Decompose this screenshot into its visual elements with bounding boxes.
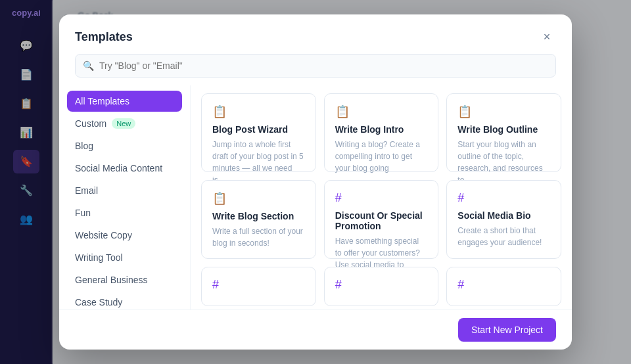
card-title-write-blog-outline: Write Blog Outline bbox=[457, 124, 550, 135]
nav-item-all-templates[interactable]: All Templates bbox=[67, 91, 182, 112]
card-desc-write-blog-intro: Writing a blog? Create a compelling intr… bbox=[335, 139, 428, 174]
custom-badge: New bbox=[112, 118, 135, 129]
card-icon-write-blog-intro: 📋 bbox=[335, 104, 428, 119]
nav-label-case-study: Case Study bbox=[75, 297, 122, 307]
template-card-7[interactable]: # bbox=[201, 267, 316, 306]
card-title-write-blog-intro: Write Blog Intro bbox=[335, 124, 428, 135]
card-title-write-blog-section: Write Blog Section bbox=[212, 211, 305, 221]
card-desc-blog-post-wizard: Jump into a whole first draft of your bl… bbox=[212, 139, 305, 186]
card-title-discount-promotion: Discount Or Special Promotion bbox=[335, 210, 428, 231]
nav-item-website-copy[interactable]: Website Copy bbox=[67, 225, 182, 246]
card-icon-blog-post-wizard: 📋 bbox=[212, 104, 305, 119]
template-card-write-blog-outline[interactable]: 📋 Write Blog Outline Start your blog wit… bbox=[446, 93, 561, 172]
nav-item-fun[interactable]: Fun bbox=[67, 202, 182, 223]
nav-item-email[interactable]: Email bbox=[67, 180, 182, 201]
modal-footer: Start New Project bbox=[59, 309, 572, 350]
template-card-9[interactable]: # bbox=[446, 267, 561, 306]
card-desc-social-media-bio: Create a short bio that engages your aud… bbox=[457, 225, 550, 248]
search-section: 🔍 bbox=[59, 46, 572, 85]
modal-title: Templates bbox=[75, 30, 133, 44]
card-desc-write-blog-outline: Start your blog with an outline of the t… bbox=[457, 139, 550, 186]
card-icon-write-blog-outline: 📋 bbox=[457, 104, 550, 119]
nav-item-blog[interactable]: Blog bbox=[67, 135, 182, 156]
template-card-write-blog-section[interactable]: 📋 Write Blog Section Write a full sectio… bbox=[201, 180, 316, 259]
nav-item-writing-tool[interactable]: Writing Tool bbox=[67, 247, 182, 268]
nav-label-general-business: General Business bbox=[75, 275, 148, 285]
nav-label-blog: Blog bbox=[75, 141, 93, 151]
card-icon-7: # bbox=[212, 278, 305, 292]
nav-label-website-copy: Website Copy bbox=[75, 230, 132, 240]
templates-grid: 📋 Blog Post Wizard Jump into a whole fir… bbox=[191, 85, 572, 309]
card-title-blog-post-wizard: Blog Post Wizard bbox=[212, 124, 305, 135]
start-new-project-button[interactable]: Start New Project bbox=[458, 318, 556, 342]
template-nav: All Templates Custom New Blog Social Med… bbox=[59, 85, 191, 309]
template-card-social-media-bio[interactable]: # Social Media Bio Create a short bio th… bbox=[446, 180, 561, 259]
card-icon-social-media-bio: # bbox=[457, 191, 550, 205]
template-card-8[interactable]: # bbox=[324, 267, 439, 306]
template-card-discount-promotion[interactable]: # Discount Or Special Promotion Have som… bbox=[324, 180, 439, 259]
nav-label-writing-tool: Writing Tool bbox=[75, 252, 123, 263]
nav-label-social-media: Social Media Content bbox=[75, 163, 162, 173]
card-title-social-media-bio: Social Media Bio bbox=[457, 210, 550, 221]
modal-header: Templates × bbox=[59, 14, 572, 46]
templates-modal: Templates × 🔍 All Templates Custom New bbox=[59, 14, 572, 350]
template-card-write-blog-intro[interactable]: 📋 Write Blog Intro Writing a blog? Creat… bbox=[324, 93, 439, 172]
card-icon-discount-promotion: # bbox=[335, 191, 428, 205]
template-card-blog-post-wizard[interactable]: 📋 Blog Post Wizard Jump into a whole fir… bbox=[201, 93, 316, 172]
modal-overlay: Templates × 🔍 All Templates Custom New bbox=[0, 0, 631, 364]
card-icon-9: # bbox=[457, 278, 550, 292]
card-icon-8: # bbox=[335, 278, 428, 292]
search-icon: 🔍 bbox=[83, 60, 94, 71]
nav-item-custom[interactable]: Custom New bbox=[67, 113, 182, 134]
nav-item-social-media[interactable]: Social Media Content bbox=[67, 158, 182, 179]
nav-label-email: Email bbox=[75, 185, 98, 196]
nav-item-case-study[interactable]: Case Study bbox=[67, 292, 182, 309]
modal-body: All Templates Custom New Blog Social Med… bbox=[59, 85, 572, 309]
card-icon-write-blog-section: 📋 bbox=[212, 191, 305, 206]
search-wrapper: 🔍 bbox=[75, 54, 556, 78]
nav-label-all-templates: All Templates bbox=[75, 96, 129, 106]
card-desc-write-blog-section: Write a full section of your blog in sec… bbox=[212, 225, 305, 249]
nav-label-custom: Custom bbox=[75, 118, 106, 129]
nav-item-general-business[interactable]: General Business bbox=[67, 269, 182, 290]
close-button[interactable]: × bbox=[538, 28, 556, 46]
nav-label-fun: Fun bbox=[75, 208, 91, 218]
search-input[interactable] bbox=[75, 54, 556, 78]
templates-grid-wrapper: 📋 Blog Post Wizard Jump into a whole fir… bbox=[191, 85, 572, 309]
